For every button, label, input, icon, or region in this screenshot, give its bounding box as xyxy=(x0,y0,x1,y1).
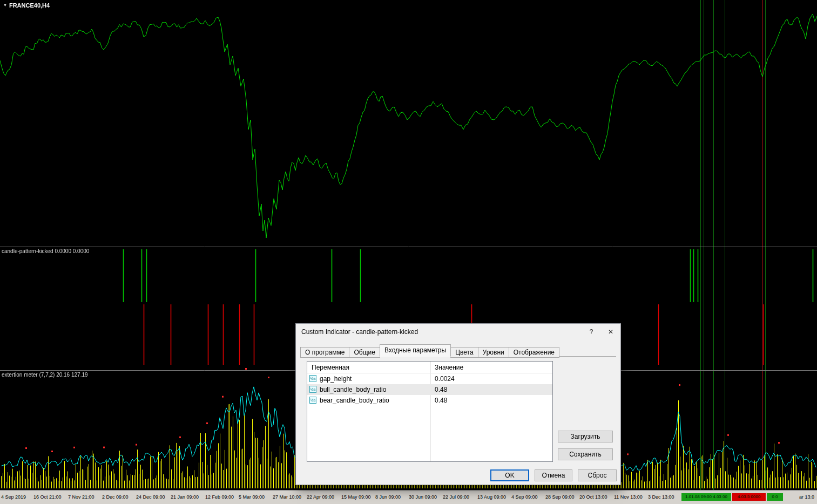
time-axis-label: 20 Oct 13:00 xyxy=(579,494,607,500)
time-axis-label: 15 May 09:00 xyxy=(341,494,371,500)
column-header-variable: Переменная xyxy=(312,364,349,371)
symbol-label-text: FRANCE40,H4 xyxy=(9,2,50,9)
save-button[interactable]: Сохранить xyxy=(558,448,613,460)
symbol-timeframe-label: ▼FRANCE40,H4 xyxy=(3,2,50,9)
parameters-table[interactable]: Переменная Значение ½a gap_height 0.0024… xyxy=(307,361,553,462)
time-axis-highlight: 4.03.5 0000 xyxy=(732,493,766,501)
indicator2-pane-label: extertion meter (7,7,2) 20.16 127.19 xyxy=(2,372,88,378)
help-button[interactable]: ? xyxy=(582,324,601,340)
parameter-icon: ½a xyxy=(309,386,316,393)
tab-common[interactable]: Общие xyxy=(349,347,380,358)
time-axis-label: 28 Sep 09:00 xyxy=(545,494,575,500)
time-axis-label: 22 Jul 09:00 xyxy=(443,494,469,500)
time-axis-label: 12 Feb 09:00 xyxy=(205,494,234,500)
close-icon: ✕ xyxy=(608,328,613,336)
ok-button[interactable]: OK xyxy=(490,469,529,481)
parameter-icon: ½a xyxy=(309,397,316,404)
tab-about[interactable]: О программе xyxy=(300,347,349,358)
time-axis-highlight: 0 0 xyxy=(767,493,783,501)
time-axis-label: 22 Apr 09:00 xyxy=(307,494,334,500)
tab-display[interactable]: Отображение xyxy=(509,347,559,358)
load-button[interactable]: Загрузить xyxy=(558,431,613,442)
time-axis-label: 24 Dec 09:00 xyxy=(136,494,165,500)
time-axis[interactable]: 4 Sep 201916 Oct 21:007 Nov 21:002 Dec 0… xyxy=(0,490,817,504)
param-value[interactable]: 0.0024 xyxy=(435,375,455,383)
tab-levels[interactable]: Уровни xyxy=(478,347,509,358)
time-axis-label: 27 Mar 10:00 xyxy=(273,494,301,500)
tab-colors[interactable]: Цвета xyxy=(450,347,478,358)
dialog-tab-strip: О программеОбщиеВходные параметрыЦветаУр… xyxy=(300,344,559,357)
param-row-bear-candle-body-ratio[interactable]: ½a bear_candle_body_ratio 0.48 xyxy=(307,395,552,406)
param-value[interactable]: 0.48 xyxy=(435,386,447,393)
param-row-bull-candle-body-ratio[interactable]: ½a bull_candle_body_ratio 0.48 xyxy=(307,384,552,395)
param-row-gap-height[interactable]: ½a gap_height 0.0024 xyxy=(307,373,552,384)
cancel-button[interactable]: Отмена xyxy=(535,469,572,481)
time-axis-label: 2 Dec 09:00 xyxy=(102,494,129,500)
time-axis-label: 4 Sep 09:00 xyxy=(511,494,538,500)
param-name: bull_candle_body_ratio xyxy=(320,386,386,393)
time-axis-label: 30 Jun 09:00 xyxy=(409,494,437,500)
param-name: gap_height xyxy=(320,375,352,383)
column-header-value: Значение xyxy=(435,364,463,371)
time-axis-label: 7 Nov 21:00 xyxy=(68,494,94,500)
time-axis-label: ar 13:0 xyxy=(799,494,814,500)
time-axis-label: 21 Jan 09:00 xyxy=(171,494,199,500)
time-axis-label: 16 Oct 21:00 xyxy=(33,494,62,500)
time-axis-label: 5 Mar 09:00 xyxy=(239,494,265,500)
table-header: Переменная Значение xyxy=(307,362,552,373)
close-button[interactable]: ✕ xyxy=(601,324,620,340)
time-axis-label: 13 Aug 09:00 xyxy=(477,494,506,500)
indicator1-pane-label: candle-pattern-kicked 0.0000 0.0000 xyxy=(2,248,89,254)
time-axis-label: 8 Jun 09:00 xyxy=(375,494,401,500)
time-axis-label: 3 Dec 13:00 xyxy=(648,494,674,500)
dialog-titlebar[interactable]: Custom Indicator - candle-pattern-kicked… xyxy=(296,324,620,340)
reset-button[interactable]: Сброс xyxy=(578,469,617,481)
time-axis-highlight: 1.01.08 09:00 4.03 00 xyxy=(681,493,731,501)
param-name: bear_candle_body_ratio xyxy=(320,397,389,404)
time-axis-label: 4 Sep 2019 xyxy=(1,494,26,500)
dialog-title: Custom Indicator - candle-pattern-kicked xyxy=(296,328,582,336)
help-icon: ? xyxy=(590,328,593,336)
tab-inputs[interactable]: Входные параметры xyxy=(380,344,451,357)
param-value[interactable]: 0.48 xyxy=(435,397,447,404)
time-axis-label: 11 Nov 13:00 xyxy=(614,494,643,500)
custom-indicator-dialog: Custom Indicator - candle-pattern-kicked… xyxy=(295,323,621,485)
parameter-icon: ½a xyxy=(309,375,316,382)
dropdown-triangle-icon: ▼ xyxy=(3,3,7,7)
